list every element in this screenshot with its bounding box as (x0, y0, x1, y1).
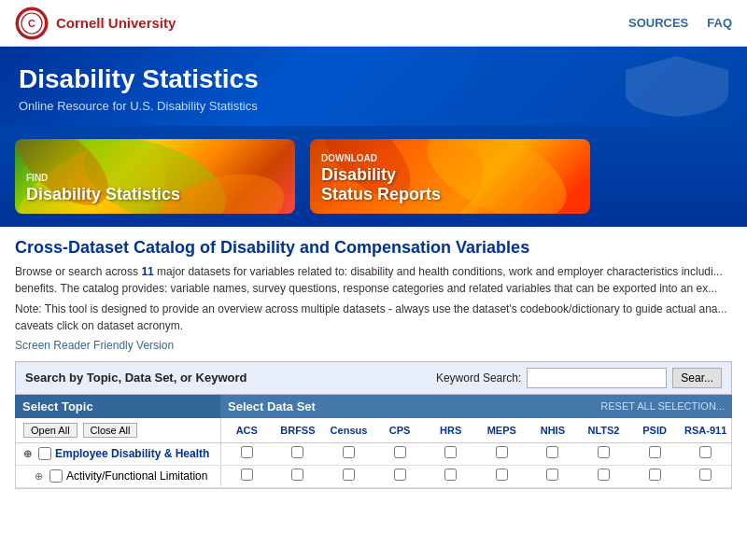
census-row2-checkbox[interactable] (343, 469, 355, 481)
hrs-row-checkbox[interactable] (444, 446, 457, 458)
main-content: Cross-Dataset Catalog of Disability and … (0, 227, 747, 489)
dataset-col-brfss: BRFSS (273, 425, 324, 436)
dataset-col-psid: PSID (629, 425, 681, 436)
download-disability-status-reports-card[interactable]: DOWNLOAD Disability Status Reports (310, 139, 590, 214)
close-all-button[interactable]: Close All (83, 423, 138, 438)
acs-row-checkbox[interactable] (241, 446, 253, 458)
cornell-seal-icon: C (15, 7, 49, 40)
nav-links: SOURCES FAQ (628, 16, 732, 30)
dataset-col-hrs: HRS (425, 425, 476, 436)
hrs-row2-checkbox[interactable] (444, 469, 457, 481)
nlts2-row2-checkbox[interactable] (598, 469, 610, 481)
dataset-column-labels-row: Open All Close All ACSBRFSSCensusCPSHRSM… (15, 418, 732, 443)
topic-rows: ⊕ Employee Disability & Health ⊕ (15, 443, 732, 489)
topic-cell-activity-limitation: ⊕ Activity/Functional Limitation (16, 466, 221, 486)
select-dataset-label: Select Data Set (228, 399, 316, 413)
employee-disability-checkbox[interactable] (38, 447, 51, 460)
find-disability-statistics-card[interactable]: FIND Disability Statistics (15, 139, 295, 214)
find-main-label: Disability Statistics (26, 185, 180, 204)
shield-watermark-icon: ✓ (616, 51, 738, 117)
topic-checkboxes-row2 (221, 469, 731, 483)
nhis-row-checkbox[interactable] (546, 446, 558, 458)
dataset-col-meps: MEPS (476, 425, 528, 436)
topic-label: Employee Disability & Health (55, 447, 209, 460)
open-all-button[interactable]: Open All (23, 423, 78, 438)
meps-checkbox-col (476, 446, 528, 461)
census-checkbox-col (323, 446, 374, 461)
cps-row-checkbox[interactable] (394, 446, 406, 458)
cards-row: FIND Disability Statistics DOWNLOAD Disa… (0, 126, 747, 227)
census-row-checkbox[interactable] (343, 446, 355, 458)
topic-cell-employee-disability: ⊕ Employee Disability & Health (16, 443, 221, 464)
select-topic-header: Select Topic (15, 395, 220, 418)
dataset-col-nhis: NHIS (528, 425, 579, 436)
table-header: Select Topic Select Data Set RESET ALL S… (15, 395, 732, 418)
open-close-col: Open All Close All (16, 418, 221, 442)
dataset-col-cps: CPS (374, 425, 426, 436)
expand-icon[interactable]: ⊕ (23, 448, 35, 460)
keyword-search-input[interactable] (527, 368, 667, 388)
svg-text:C: C (28, 18, 35, 29)
brfss-row2-checkbox[interactable] (291, 469, 303, 481)
find-card-content: FIND Disability Statistics (26, 173, 180, 204)
section-note: Note: This tool is designed to provide a… (15, 301, 732, 334)
cps-checkbox-col (374, 446, 426, 461)
dataset-col-census: Census (323, 425, 374, 436)
meps-row-checkbox[interactable] (496, 446, 508, 458)
header: C Cornell University SOURCES FAQ (0, 0, 747, 47)
faq-nav-link[interactable]: FAQ (707, 16, 732, 30)
psid-row2-checkbox[interactable] (649, 469, 661, 481)
activity-limitation-checkbox[interactable] (49, 469, 63, 483)
table-row: ⊕ Employee Disability & Health (16, 443, 731, 466)
acs-row2-checkbox[interactable] (241, 469, 253, 481)
dataset-count: 11 (141, 265, 153, 278)
acs-checkbox-col (221, 446, 273, 461)
dataset-col-rsa-911: RSA-911 (680, 425, 731, 436)
cps-row2-checkbox[interactable] (394, 469, 406, 481)
search-by-label: Search by Topic, Data Set, or Keyword (25, 371, 247, 385)
keyword-search-label: Keyword Search: (436, 371, 521, 385)
nhis-row2-checkbox[interactable] (546, 469, 558, 481)
brfss-row-checkbox[interactable] (291, 446, 303, 458)
download-pre-label: DOWNLOAD (321, 153, 441, 163)
nhis-checkbox-col (528, 446, 579, 461)
topic-label: Activity/Functional Limitation (66, 469, 207, 483)
blue-banner: ✓ Disability Statistics Online Resource … (0, 47, 747, 126)
expand-icon[interactable]: ⊕ (35, 470, 46, 483)
rsa911-row2-checkbox[interactable] (699, 469, 712, 481)
rsa911-checkbox-col (680, 446, 731, 461)
keyword-group: Keyword Search: Sear... (436, 368, 722, 388)
find-pre-label: FIND (26, 173, 180, 183)
logo-area: C Cornell University (15, 7, 176, 40)
dataset-col-nlts2: NLTS2 (578, 425, 629, 436)
topic-checkboxes-row (221, 446, 731, 461)
rsa911-row-checkbox[interactable] (699, 446, 712, 458)
download-card-content: DOWNLOAD Disability Status Reports (321, 153, 441, 203)
nlts2-row-checkbox[interactable] (598, 446, 610, 458)
reset-all-selections-link[interactable]: RESET ALL SELECTION... (600, 400, 725, 412)
sources-nav-link[interactable]: SOURCES (628, 16, 688, 30)
dataset-col-acs: ACS (221, 425, 273, 436)
section-description: Browse or search across 11 major dataset… (15, 263, 732, 297)
banner-title: Disability Statistics (19, 63, 728, 95)
screen-reader-friendly-link[interactable]: Screen Reader Friendly Version (15, 339, 174, 352)
download-main-label: Disability Status Reports (321, 165, 441, 203)
hrs-checkbox-col (425, 446, 476, 461)
svg-text:✓: ✓ (668, 76, 686, 101)
banner-subtitle: Online Resource for U.S. Disability Stat… (19, 99, 728, 113)
psid-checkbox-col (629, 446, 681, 461)
psid-row-checkbox[interactable] (649, 446, 661, 458)
cornell-university-label: Cornell University (56, 15, 176, 31)
search-submit-button[interactable]: Sear... (672, 368, 722, 388)
select-dataset-header: Select Data Set RESET ALL SELECTION... (220, 395, 732, 418)
brfss-checkbox-col (273, 446, 324, 461)
dataset-checkboxes-header: ACSBRFSSCensusCPSHRSMEPSNHISNLTS2PSIDRSA… (221, 418, 731, 442)
nlts2-checkbox-col (578, 446, 629, 461)
section-title: Cross-Dataset Catalog of Disability and … (15, 238, 732, 258)
table-row: ⊕ Activity/Functional Limitation (16, 466, 731, 488)
search-area: Search by Topic, Data Set, or Keyword Ke… (15, 361, 732, 395)
meps-row2-checkbox[interactable] (496, 469, 508, 481)
